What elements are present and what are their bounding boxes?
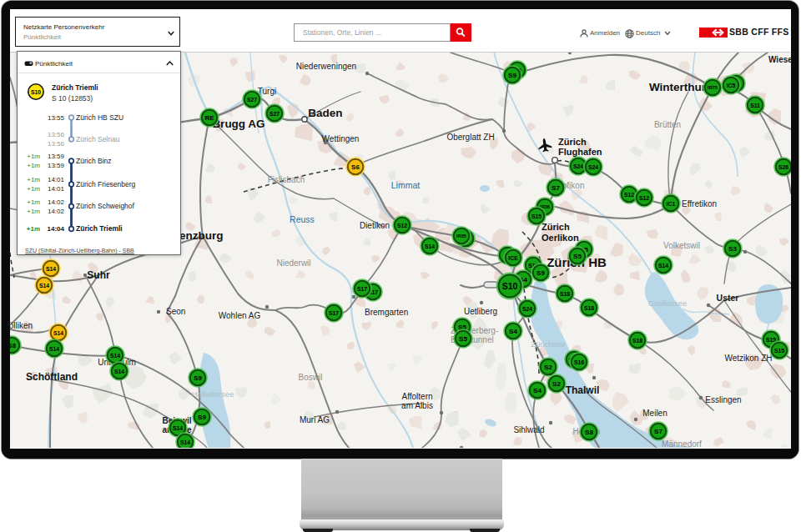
svg-text:Wettingen: Wettingen [322,134,360,143]
svg-text:Effretikon: Effretikon [682,199,717,208]
svg-text:Esslingen: Esslingen [705,395,741,404]
svg-text:S5: S5 [459,335,467,343]
svg-text:13:59: 13:59 [48,153,65,160]
svg-text:14:01: 14:01 [48,185,65,193]
svg-text:Reuss: Reuss [290,214,315,224]
svg-text:S4: S4 [509,328,517,335]
svg-text:Meilen: Meilen [642,409,667,418]
svg-text:S27: S27 [270,111,280,117]
svg-text:S7: S7 [654,428,662,435]
svg-text:IC1: IC1 [667,201,676,207]
svg-text:S17: S17 [329,310,339,316]
svg-text:Sihlwald: Sihlwald [513,425,544,434]
svg-text:13:56: 13:56 [48,131,65,138]
svg-text:Zürich HB SZU: Zürich HB SZU [76,113,123,122]
svg-text:S 10 (12853): S 10 (12853) [52,94,93,103]
svg-text:Fislisbach: Fislisbach [268,175,305,184]
svg-text:Seon: Seon [166,307,185,316]
svg-text:Hallwilersee: Hallwilersee [191,389,234,399]
svg-text:S15: S15 [774,348,784,354]
svg-text:S14: S14 [53,330,63,336]
svg-text:S3: S3 [728,245,737,253]
svg-text:+1m: +1m [27,208,40,215]
svg-text:S14: S14 [173,425,183,431]
svg-text:Oberglatt ZH: Oberglatt ZH [446,133,494,142]
svg-text:Volketswil: Volketswil [663,241,700,250]
svg-text:S4: S4 [533,387,542,394]
svg-text:Uster: Uster [717,293,739,303]
svg-text:S24: S24 [588,164,598,170]
svg-text:Zürich Schweighof: Zürich Schweighof [76,202,135,210]
svg-text:14:02: 14:02 [48,198,65,206]
svg-text:S14: S14 [39,283,49,289]
svg-text:S10: S10 [502,281,518,291]
svg-text:Boswil: Boswil [299,373,323,382]
svg-text:Zürich: Zürich [542,222,570,232]
svg-text:ICE: ICE [508,255,518,261]
svg-text:S2: S2 [544,364,552,371]
svg-text:Niederweningen: Niederweningen [296,62,356,71]
svg-text:Muri AG: Muri AG [300,415,330,424]
svg-text:Bremgarten: Bremgarten [365,308,408,317]
svg-text:S11: S11 [750,103,760,108]
svg-text:Limmat: Limmat [391,180,421,190]
svg-text:S18: S18 [560,291,570,297]
svg-text:S8: S8 [585,429,593,436]
svg-text:S9: S9 [537,269,545,277]
svg-text:S17: S17 [357,286,367,292]
svg-text:Schöftland: Schöftland [26,371,78,383]
svg-text:+1m: +1m [27,162,40,169]
svg-text:Zürich Selnau: Zürich Selnau [76,135,120,143]
svg-text:Greifensee: Greifensee [648,299,687,308]
svg-text:S9: S9 [508,72,516,79]
svg-text:Zürich Binz: Zürich Binz [76,157,112,165]
svg-text:IR35: IR35 [456,233,466,238]
svg-text:am Albis: am Albis [401,401,433,410]
svg-text:Männedorf: Männedorf [662,439,702,448]
svg-text:Wohlen AG: Wohlen AG [219,311,261,320]
svg-text:13:55: 13:55 [48,114,65,122]
svg-text:S18: S18 [632,338,642,344]
svg-text:S24: S24 [522,306,532,312]
svg-text:S6: S6 [351,163,360,171]
svg-text:Kölliken: Kölliken [10,321,33,330]
svg-text:Flughafen: Flughafen [558,147,602,157]
svg-text:Wiesend: Wiesend [768,55,791,64]
svg-text:S5: S5 [573,253,582,260]
svg-text:S12: S12 [624,192,634,198]
svg-text:+1m: +1m [27,198,40,206]
svg-text:S15: S15 [531,213,542,219]
svg-text:S15: S15 [766,337,776,343]
svg-text:Baden: Baden [308,107,342,119]
svg-text:+1m: +1m [27,185,40,193]
svg-text:Dietikon: Dietikon [360,221,390,230]
svg-text:+1m: +1m [27,153,40,160]
svg-text:14:04: 14:04 [48,225,65,233]
svg-text:Oerlikon: Oerlikon [542,233,579,243]
svg-text:S27: S27 [247,97,257,103]
svg-text:Wetzikon ZH: Wetzikon ZH [724,354,772,363]
svg-text:Zürich Triemli: Zürich Triemli [76,224,123,233]
svg-text:S16: S16 [574,359,584,365]
svg-text:RE: RE [204,114,214,122]
svg-text:Zürich Friesenberg: Zürich Friesenberg [76,180,136,188]
svg-text:S12: S12 [397,223,407,228]
svg-text:Uetliberg: Uetliberg [464,307,497,316]
svg-text:IC5: IC5 [727,83,736,88]
svg-text:13:56: 13:56 [48,140,65,148]
svg-text:Thalwil: Thalwil [566,384,600,396]
svg-text:S24: S24 [573,163,583,169]
svg-text:S7: S7 [552,184,560,192]
svg-text:+1m: +1m [27,176,40,183]
svg-text:Brugg AG: Brugg AG [212,118,264,130]
svg-text:13:59: 13:59 [48,162,65,169]
svg-text:Zürich: Zürich [558,137,587,147]
svg-text:S12: S12 [639,195,649,201]
svg-text:S26: S26 [778,164,788,170]
svg-text:S14: S14 [658,263,668,269]
svg-text:14:01: 14:01 [48,176,65,183]
svg-text:SZU (Sihltal-Zürich-Uetliberg-: SZU (Sihltal-Zürich-Uetliberg-Bahn) - SB… [25,248,134,254]
svg-text:Zürichsee: Zürichsee [531,339,566,349]
svg-text:+1m: +1m [27,225,40,233]
svg-text:Suhr: Suhr [87,269,110,281]
